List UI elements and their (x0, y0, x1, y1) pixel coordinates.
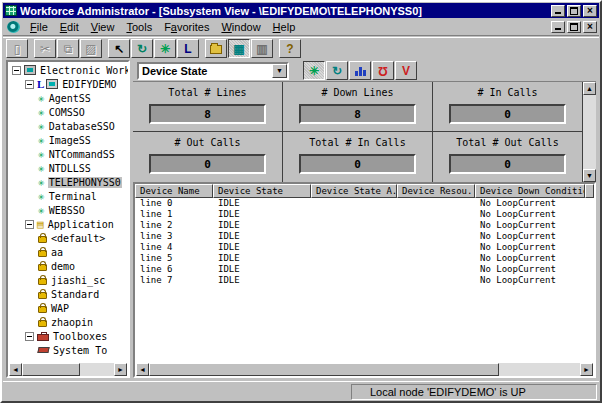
column-header-device-down-condition[interactable]: Device Down Condition (475, 184, 585, 198)
restore-button[interactable] (567, 5, 581, 17)
table-row[interactable]: line 5IDLENo LoopCurrent (135, 253, 594, 264)
scrollbar-thumb[interactable] (149, 363, 499, 376)
tree-item-ntcommandss[interactable]: ✳NTCommandSS (9, 147, 128, 161)
refresh-button[interactable]: ↻ (131, 39, 153, 58)
minimize-button[interactable] (551, 5, 565, 17)
cell-device-state: IDLE (213, 209, 311, 220)
validate-button[interactable]: V (395, 61, 417, 80)
close-button[interactable]: × (583, 5, 597, 17)
computer-icon (46, 79, 58, 89)
tree-item-databasesso[interactable]: ✳DatabaseSSO (9, 119, 128, 133)
table-row[interactable]: line 6IDLENo LoopCurrent (135, 264, 594, 275)
tree-item-ntdllss[interactable]: ✳NTDLLSS (9, 161, 128, 175)
stats-vertical-scrollbar[interactable]: ▲ ▼ (583, 82, 596, 182)
tool-icon (37, 347, 49, 353)
tree-item-label: COMSSO (48, 107, 86, 118)
device-table: Device NameDevice StateDevice State A...… (133, 182, 596, 378)
tree-item-toolboxes[interactable]: Toolboxes (9, 329, 128, 343)
cascade-windows-button[interactable]: ▥ (251, 39, 273, 58)
tree-item-label: WEBSSO (48, 205, 86, 216)
column-header-device-state-a[interactable]: Device State A... (311, 184, 397, 198)
table-row[interactable]: line 3IDLENo LoopCurrent (135, 231, 594, 242)
tree-item-electronic-workfor[interactable]: Electronic Workfor (9, 63, 128, 77)
tree-item-edifydemo[interactable]: LEDIFYDEMO (9, 77, 128, 91)
column-header-device-name[interactable]: Device Name (135, 184, 213, 198)
tree-item-label: zhaopin (50, 317, 94, 328)
node-list-button[interactable]: L (177, 39, 199, 58)
select-mode-button[interactable]: ↖ (108, 39, 130, 58)
menu-item-file[interactable]: File (24, 20, 54, 34)
column-header-label: Device Name (140, 186, 200, 196)
table-row[interactable]: line 0IDLENo LoopCurrent (135, 198, 594, 209)
table-row[interactable]: line 2IDLENo LoopCurrent (135, 220, 594, 231)
tree-item-jiashi-sc[interactable]: jiashi_sc (9, 273, 128, 287)
stat-value-box: 0 (449, 104, 565, 124)
stat-total-lines: Total # Lines8 (133, 82, 283, 132)
scroll-up-icon[interactable]: ▲ (583, 82, 596, 95)
mdi-close-button[interactable]: × (583, 21, 597, 33)
tree-item-imagess[interactable]: ✳ImageSS (9, 133, 128, 147)
tree-expander-icon[interactable] (25, 220, 34, 229)
scroll-down-icon[interactable]: ▼ (583, 169, 596, 182)
cell-device-state: IDLE (213, 253, 311, 264)
magnet-button[interactable]: Ω (372, 61, 394, 80)
menu-item-window[interactable]: Window (215, 20, 266, 34)
table-row[interactable]: line 4IDLENo LoopCurrent (135, 242, 594, 253)
chart-view-button[interactable] (349, 61, 371, 80)
mdi-restore-button[interactable] (567, 21, 581, 33)
menu-item-help[interactable]: Help (267, 20, 302, 34)
table-row[interactable]: line 7IDLENo LoopCurrent (135, 275, 594, 286)
application-view-button[interactable] (205, 39, 227, 58)
menu-item-edit[interactable]: Edit (54, 20, 85, 34)
magnet-icon: Ω (378, 65, 388, 77)
tree-item-label: Application (47, 219, 115, 230)
tree-item-terminal[interactable]: ✳Terminal (9, 189, 128, 203)
tree-expander-icon[interactable] (25, 332, 34, 341)
tree-item-agentss[interactable]: ✳AgentSS (9, 91, 128, 105)
scroll-left-icon[interactable]: ◄ (136, 363, 149, 376)
tree-item-application[interactable]: ▤Application (9, 217, 128, 231)
tree-item-aa[interactable]: aa (9, 245, 128, 259)
subsystem-view-button[interactable]: ✳ (154, 39, 176, 58)
view-selector[interactable]: Device State ▼ (137, 62, 289, 80)
column-header-blank (585, 184, 594, 198)
tree-item-system-to[interactable]: System To (9, 343, 128, 357)
scroll-right-icon[interactable]: ► (114, 363, 127, 376)
tree-item-label: Standard (50, 289, 100, 300)
tree-item-label: jiashi_sc (50, 275, 106, 286)
tree-item-standard[interactable]: Standard (9, 287, 128, 301)
cell-device-down-condition: No LoopCurrent (475, 264, 585, 275)
subsystem-view-panel: Device State ▼ ✳↻ΩV Total # Lines8# Down… (133, 60, 596, 378)
tree-item-telephonyss0[interactable]: ✳TELEPHONYSS0 (9, 175, 128, 189)
tree-item-zhaopin[interactable]: zhaopin (9, 315, 128, 329)
tree-item-websso[interactable]: ✳WEBSSO (9, 203, 128, 217)
tree-horizontal-scrollbar[interactable]: ◄ ► (9, 363, 127, 376)
menu-item-favorites[interactable]: Favorites (158, 20, 215, 34)
help-button[interactable]: ? (279, 39, 301, 58)
tree-expander-icon[interactable] (25, 80, 34, 89)
tree-item-wap[interactable]: WAP (9, 301, 128, 315)
app-window: Workforce Administrator - [Subsystem Vie… (0, 0, 602, 403)
subsystem-monitor-button[interactable]: ✳ (303, 61, 325, 80)
tree-item-default[interactable]: <default> (9, 231, 128, 245)
refresh-view-button[interactable]: ↻ (326, 61, 348, 80)
tree-item-demo[interactable]: demo (9, 259, 128, 273)
column-header-device-resou[interactable]: Device Resou... (397, 184, 475, 198)
menu-item-view[interactable]: View (85, 20, 121, 34)
scroll-left-icon[interactable]: ◄ (9, 363, 22, 376)
tree-expander-icon[interactable] (12, 66, 21, 75)
tree-item-comsso[interactable]: ✳COMSSO (9, 105, 128, 119)
lock-icon (38, 306, 47, 313)
column-header-device-state[interactable]: Device State (213, 184, 311, 198)
chevron-down-icon[interactable]: ▼ (272, 64, 287, 78)
scrollbar-thumb[interactable] (22, 363, 80, 376)
refresh-icon: ↻ (137, 43, 147, 55)
gear-icon: ✳ (38, 134, 45, 147)
table-row[interactable]: line 1IDLENo LoopCurrent (135, 209, 594, 220)
monitor-grid-button[interactable]: ▦ (228, 39, 250, 58)
table-body: line 0IDLENo LoopCurrentline 1IDLENo Loo… (135, 198, 594, 363)
scroll-right-icon[interactable]: ► (580, 363, 593, 376)
mdi-minimize-button[interactable] (551, 21, 565, 33)
table-horizontal-scrollbar[interactable]: ◄ ► (136, 363, 593, 376)
menu-item-tools[interactable]: Tools (120, 20, 158, 34)
